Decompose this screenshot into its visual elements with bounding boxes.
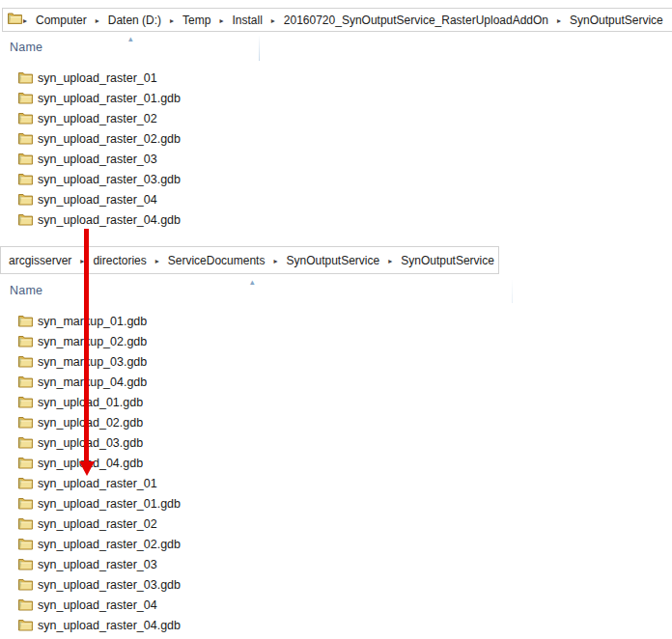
breadcrumb-item[interactable]: SynOutputService: [562, 14, 671, 27]
file-name-label: syn_upload_raster_01: [38, 477, 157, 490]
file-row[interactable]: syn_upload_raster_02.gdb: [0, 128, 181, 149]
breadcrumb-top: ▸Computer▸Daten (D:)▸Temp▸Install▸201607…: [22, 14, 671, 27]
breadcrumb-arrow-icon[interactable]: ▸: [218, 16, 224, 24]
breadcrumb-arrow-icon[interactable]: ▸: [270, 16, 276, 24]
file-row[interactable]: syn_upload_03.gdb: [0, 432, 181, 453]
file-row[interactable]: syn_markup_03.gdb: [0, 351, 181, 372]
folder-icon: [18, 415, 33, 429]
file-row[interactable]: syn_upload_raster_03.gdb: [0, 574, 181, 595]
breadcrumb-item[interactable]: Install: [224, 14, 269, 27]
folder-icon: [8, 12, 22, 25]
file-row[interactable]: syn_upload_raster_04: [0, 189, 181, 209]
breadcrumb-item[interactable]: arcgisserver: [1, 254, 79, 267]
breadcrumb-item[interactable]: 20160720_SynOutputService_RasterUploadAd…: [276, 14, 556, 27]
sort-ascending-icon-bottom: ▴: [250, 278, 255, 287]
file-name-label: syn_upload_02.gdb: [38, 416, 143, 430]
file-list-top: syn_upload_raster_01 syn_upload_raster_0…: [0, 68, 181, 230]
folder-icon: [18, 496, 33, 510]
file-row[interactable]: syn_upload_raster_02.gdb: [0, 534, 181, 554]
breadcrumb-arrow-icon[interactable]: ▸: [95, 16, 100, 24]
folder-icon: [18, 557, 33, 570]
file-name-label: syn_upload_raster_04.gdb: [38, 213, 181, 227]
breadcrumb-item[interactable]: SynOutputService: [278, 254, 387, 267]
folder-icon: [18, 618, 33, 631]
file-name-label: syn_upload_raster_03.gdb: [38, 578, 181, 592]
breadcrumb-arrow-icon[interactable]: ▸: [387, 257, 393, 264]
file-name-label: syn_upload_03.gdb: [38, 436, 143, 450]
file-row[interactable]: syn_upload_raster_02: [0, 108, 181, 128]
folder-icon: [18, 212, 33, 226]
folder-icon: [18, 152, 33, 165]
column-separator-bottom[interactable]: [512, 280, 513, 303]
file-name-label: syn_upload_raster_03.gdb: [38, 173, 181, 186]
breadcrumb-arrow-icon[interactable]: ▸: [556, 16, 562, 24]
file-row[interactable]: syn_upload_raster_02: [0, 514, 181, 534]
file-row[interactable]: syn_markup_01.gdb: [0, 311, 181, 331]
folder-icon: [18, 577, 33, 591]
file-name-label: syn_markup_04.gdb: [38, 375, 147, 389]
folder-icon: [18, 91, 33, 104]
folder-icon: [18, 395, 33, 408]
folder-icon: [18, 314, 33, 327]
file-name-label: syn_upload_raster_01: [38, 71, 157, 85]
folder-icon: [18, 70, 33, 84]
folder-icon: [18, 516, 33, 530]
breadcrumb-bottom: arcgisserver▸directories▸ServiceDocument…: [1, 254, 499, 267]
breadcrumb-item[interactable]: ServiceDocuments: [160, 254, 273, 267]
folder-icon: [18, 131, 33, 145]
breadcrumb-arrow-icon[interactable]: ▸: [22, 16, 28, 24]
breadcrumb-arrow-icon[interactable]: ▸: [272, 257, 278, 264]
file-row[interactable]: syn_upload_raster_03.gdb: [0, 169, 181, 189]
column-separator-top[interactable]: [259, 36, 260, 61]
folder-icon: [18, 435, 33, 449]
folder-icon: [18, 375, 33, 388]
file-name-label: syn_markup_01.gdb: [38, 315, 147, 328]
file-name-label: syn_upload_raster_03: [38, 153, 157, 166]
folder-icon: [18, 334, 33, 347]
name-column-header-top[interactable]: Name: [10, 41, 42, 54]
file-row[interactable]: syn_upload_raster_03: [0, 149, 181, 169]
file-name-label: syn_upload_raster_04: [38, 193, 157, 207]
breadcrumb-item[interactable]: Temp: [175, 14, 218, 27]
breadcrumb-arrow-icon[interactable]: ▸: [169, 16, 175, 24]
folder-icon: [18, 476, 33, 489]
file-row[interactable]: syn_upload_raster_04.gdb: [0, 209, 181, 230]
folder-icon: [18, 111, 33, 125]
file-name-label: syn_upload_raster_02: [38, 112, 157, 125]
file-name-label: syn_upload_raster_04: [38, 598, 157, 612]
explorer-comparison-screenshot: ▸Computer▸Daten (D:)▸Temp▸Install▸201607…: [0, 0, 672, 639]
folder-icon: [18, 172, 33, 185]
file-name-label: syn_markup_03.gdb: [38, 355, 147, 369]
file-name-label: syn_upload_01.gdb: [38, 396, 143, 409]
breadcrumb-item[interactable]: Daten (D:): [100, 14, 169, 27]
file-row[interactable]: syn_upload_raster_01: [0, 68, 181, 88]
file-row[interactable]: syn_upload_raster_01.gdb: [0, 493, 181, 514]
file-row[interactable]: syn_markup_02.gdb: [0, 331, 181, 351]
address-folder-icon-slot: [7, 12, 22, 29]
file-name-label: syn_upload_raster_01.gdb: [38, 497, 181, 511]
breadcrumb-item[interactable]: directories: [85, 254, 154, 267]
folder-icon: [18, 354, 33, 368]
file-row[interactable]: syn_upload_02.gdb: [0, 412, 181, 432]
file-row[interactable]: syn_upload_raster_01: [0, 473, 181, 493]
file-name-label: syn_upload_raster_02.gdb: [38, 132, 181, 146]
file-name-label: syn_upload_raster_03: [38, 558, 157, 571]
annotation-arrow-head-icon: [79, 461, 95, 476]
file-name-label: syn_upload_raster_01.gdb: [38, 92, 181, 105]
address-bar-bottom: arcgisserver▸directories▸ServiceDocument…: [0, 246, 499, 274]
file-row[interactable]: syn_upload_raster_04.gdb: [0, 615, 181, 635]
file-row[interactable]: syn_upload_raster_01.gdb: [0, 88, 181, 108]
file-name-label: syn_upload_raster_02: [38, 517, 157, 531]
file-row[interactable]: syn_upload_raster_03: [0, 554, 181, 574]
folder-icon: [18, 537, 33, 550]
breadcrumb-item[interactable]: SynOutputService: [393, 254, 499, 267]
name-column-header-bottom[interactable]: Name: [10, 284, 42, 297]
annotation-arrow-shaft: [84, 229, 89, 461]
file-row[interactable]: syn_markup_04.gdb: [0, 372, 181, 392]
breadcrumb-arrow-icon[interactable]: ▸: [154, 257, 160, 264]
file-row[interactable]: syn_upload_01.gdb: [0, 392, 181, 412]
breadcrumb-item[interactable]: Computer: [28, 14, 95, 27]
address-bar-top: ▸Computer▸Daten (D:)▸Temp▸Install▸201607…: [2, 8, 672, 32]
file-row[interactable]: syn_upload_raster_04: [0, 595, 181, 615]
file-name-label: syn_markup_02.gdb: [38, 335, 147, 348]
